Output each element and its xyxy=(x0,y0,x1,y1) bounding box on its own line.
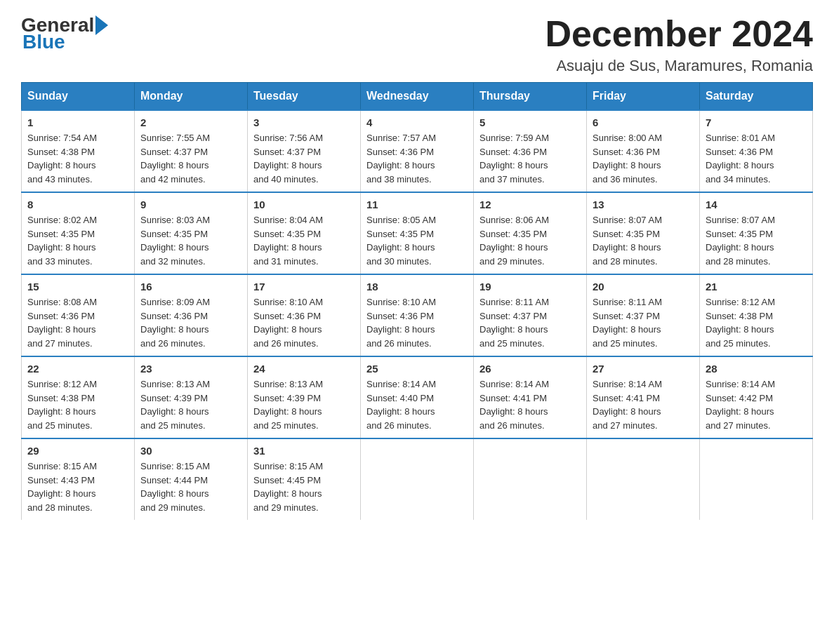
logo: General Blue xyxy=(21,14,110,53)
day-number: 26 xyxy=(479,363,581,375)
day-number: 21 xyxy=(706,281,807,293)
logo-blue-text: Blue xyxy=(21,31,65,53)
day-info: Sunrise: 8:06 AM Sunset: 4:35 PM Dayligh… xyxy=(479,213,581,268)
col-saturday: Saturday xyxy=(700,83,813,111)
day-info: Sunrise: 8:13 AM Sunset: 4:39 PM Dayligh… xyxy=(140,377,241,432)
table-row: 14 Sunrise: 8:07 AM Sunset: 4:35 PM Dayl… xyxy=(700,192,813,274)
day-number: 25 xyxy=(366,363,468,375)
calendar-week-row: 15 Sunrise: 8:08 AM Sunset: 4:36 PM Dayl… xyxy=(22,274,813,356)
day-number: 1 xyxy=(27,116,128,128)
day-info: Sunrise: 8:11 AM Sunset: 4:37 PM Dayligh… xyxy=(479,295,581,350)
day-number: 4 xyxy=(366,116,468,128)
day-number: 10 xyxy=(253,199,355,210)
table-row: 11 Sunrise: 8:05 AM Sunset: 4:35 PM Dayl… xyxy=(361,192,474,274)
day-info: Sunrise: 7:56 AM Sunset: 4:37 PM Dayligh… xyxy=(253,131,355,186)
calendar-week-row: 8 Sunrise: 8:02 AM Sunset: 4:35 PM Dayli… xyxy=(22,192,813,274)
calendar-week-row: 29 Sunrise: 8:15 AM Sunset: 4:43 PM Dayl… xyxy=(22,438,813,520)
day-info: Sunrise: 8:00 AM Sunset: 4:36 PM Dayligh… xyxy=(593,131,694,186)
col-friday: Friday xyxy=(587,83,700,111)
table-row: 24 Sunrise: 8:13 AM Sunset: 4:39 PM Dayl… xyxy=(248,356,361,438)
day-number: 29 xyxy=(27,445,128,457)
day-info: Sunrise: 8:10 AM Sunset: 4:36 PM Dayligh… xyxy=(366,295,468,350)
col-sunday: Sunday xyxy=(22,83,135,111)
day-info: Sunrise: 8:12 AM Sunset: 4:38 PM Dayligh… xyxy=(706,295,807,350)
table-row: 2 Sunrise: 7:55 AM Sunset: 4:37 PM Dayli… xyxy=(135,110,248,192)
day-number: 12 xyxy=(479,199,581,210)
day-number: 11 xyxy=(366,199,468,210)
table-row: 13 Sunrise: 8:07 AM Sunset: 4:35 PM Dayl… xyxy=(587,192,700,274)
table-row: 12 Sunrise: 8:06 AM Sunset: 4:35 PM Dayl… xyxy=(474,192,587,274)
col-tuesday: Tuesday xyxy=(248,83,361,111)
day-number: 16 xyxy=(140,281,241,293)
table-row: 20 Sunrise: 8:11 AM Sunset: 4:37 PM Dayl… xyxy=(587,274,700,356)
day-number: 24 xyxy=(253,363,355,375)
day-number: 30 xyxy=(140,445,241,457)
day-info: Sunrise: 7:54 AM Sunset: 4:38 PM Dayligh… xyxy=(27,131,128,186)
day-number: 19 xyxy=(479,281,581,293)
calendar-week-row: 1 Sunrise: 7:54 AM Sunset: 4:38 PM Dayli… xyxy=(22,110,813,192)
table-row: 4 Sunrise: 7:57 AM Sunset: 4:36 PM Dayli… xyxy=(361,110,474,192)
day-info: Sunrise: 8:08 AM Sunset: 4:36 PM Dayligh… xyxy=(27,295,128,350)
day-info: Sunrise: 7:55 AM Sunset: 4:37 PM Dayligh… xyxy=(140,131,241,186)
day-info: Sunrise: 8:03 AM Sunset: 4:35 PM Dayligh… xyxy=(140,213,241,268)
day-info: Sunrise: 8:07 AM Sunset: 4:35 PM Dayligh… xyxy=(706,213,807,268)
day-info: Sunrise: 7:59 AM Sunset: 4:36 PM Dayligh… xyxy=(479,131,581,186)
day-number: 20 xyxy=(593,281,694,293)
day-info: Sunrise: 8:15 AM Sunset: 4:45 PM Dayligh… xyxy=(253,459,355,514)
table-row: 21 Sunrise: 8:12 AM Sunset: 4:38 PM Dayl… xyxy=(700,274,813,356)
col-thursday: Thursday xyxy=(474,83,587,111)
day-info: Sunrise: 8:04 AM Sunset: 4:35 PM Dayligh… xyxy=(253,213,355,268)
day-number: 13 xyxy=(593,199,694,210)
table-row: 19 Sunrise: 8:11 AM Sunset: 4:37 PM Dayl… xyxy=(474,274,587,356)
day-number: 27 xyxy=(593,363,694,375)
table-row: 16 Sunrise: 8:09 AM Sunset: 4:36 PM Dayl… xyxy=(135,274,248,356)
table-row: 29 Sunrise: 8:15 AM Sunset: 4:43 PM Dayl… xyxy=(22,438,135,520)
day-number: 9 xyxy=(140,199,241,210)
table-row: 8 Sunrise: 8:02 AM Sunset: 4:35 PM Dayli… xyxy=(22,192,135,274)
day-number: 15 xyxy=(27,281,128,293)
day-info: Sunrise: 7:57 AM Sunset: 4:36 PM Dayligh… xyxy=(366,131,468,186)
table-row: 3 Sunrise: 7:56 AM Sunset: 4:37 PM Dayli… xyxy=(248,110,361,192)
day-info: Sunrise: 8:12 AM Sunset: 4:38 PM Dayligh… xyxy=(27,377,128,432)
day-number: 22 xyxy=(27,363,128,375)
month-title: December 2024 xyxy=(545,14,813,54)
table-row: 25 Sunrise: 8:14 AM Sunset: 4:40 PM Dayl… xyxy=(361,356,474,438)
day-number: 2 xyxy=(140,116,241,128)
logo-arrow-icon xyxy=(95,15,108,35)
table-row: 31 Sunrise: 8:15 AM Sunset: 4:45 PM Dayl… xyxy=(248,438,361,520)
day-info: Sunrise: 8:02 AM Sunset: 4:35 PM Dayligh… xyxy=(27,213,128,268)
day-info: Sunrise: 8:13 AM Sunset: 4:39 PM Dayligh… xyxy=(253,377,355,432)
day-number: 5 xyxy=(479,116,581,128)
calendar-header-row: Sunday Monday Tuesday Wednesday Thursday… xyxy=(22,83,813,111)
day-info: Sunrise: 8:14 AM Sunset: 4:41 PM Dayligh… xyxy=(593,377,694,432)
table-row xyxy=(361,438,474,520)
day-number: 7 xyxy=(706,116,807,128)
title-block: December 2024 Asuaju de Sus, Maramures, … xyxy=(545,14,813,75)
day-info: Sunrise: 8:10 AM Sunset: 4:36 PM Dayligh… xyxy=(253,295,355,350)
day-number: 14 xyxy=(706,199,807,210)
day-info: Sunrise: 8:07 AM Sunset: 4:35 PM Dayligh… xyxy=(593,213,694,268)
table-row: 27 Sunrise: 8:14 AM Sunset: 4:41 PM Dayl… xyxy=(587,356,700,438)
table-row: 28 Sunrise: 8:14 AM Sunset: 4:42 PM Dayl… xyxy=(700,356,813,438)
day-number: 6 xyxy=(593,116,694,128)
day-info: Sunrise: 8:15 AM Sunset: 4:44 PM Dayligh… xyxy=(140,459,241,514)
table-row: 17 Sunrise: 8:10 AM Sunset: 4:36 PM Dayl… xyxy=(248,274,361,356)
day-info: Sunrise: 8:14 AM Sunset: 4:42 PM Dayligh… xyxy=(706,377,807,432)
table-row: 5 Sunrise: 7:59 AM Sunset: 4:36 PM Dayli… xyxy=(474,110,587,192)
page-header: General Blue December 2024 Asuaju de Sus… xyxy=(21,14,813,75)
table-row: 9 Sunrise: 8:03 AM Sunset: 4:35 PM Dayli… xyxy=(135,192,248,274)
day-number: 31 xyxy=(253,445,355,457)
table-row: 22 Sunrise: 8:12 AM Sunset: 4:38 PM Dayl… xyxy=(22,356,135,438)
day-info: Sunrise: 8:14 AM Sunset: 4:41 PM Dayligh… xyxy=(479,377,581,432)
day-number: 3 xyxy=(253,116,355,128)
calendar-week-row: 22 Sunrise: 8:12 AM Sunset: 4:38 PM Dayl… xyxy=(22,356,813,438)
day-number: 18 xyxy=(366,281,468,293)
day-number: 28 xyxy=(706,363,807,375)
col-monday: Monday xyxy=(135,83,248,111)
table-row: 23 Sunrise: 8:13 AM Sunset: 4:39 PM Dayl… xyxy=(135,356,248,438)
table-row xyxy=(700,438,813,520)
table-row: 18 Sunrise: 8:10 AM Sunset: 4:36 PM Dayl… xyxy=(361,274,474,356)
day-number: 17 xyxy=(253,281,355,293)
table-row xyxy=(587,438,700,520)
table-row: 7 Sunrise: 8:01 AM Sunset: 4:36 PM Dayli… xyxy=(700,110,813,192)
